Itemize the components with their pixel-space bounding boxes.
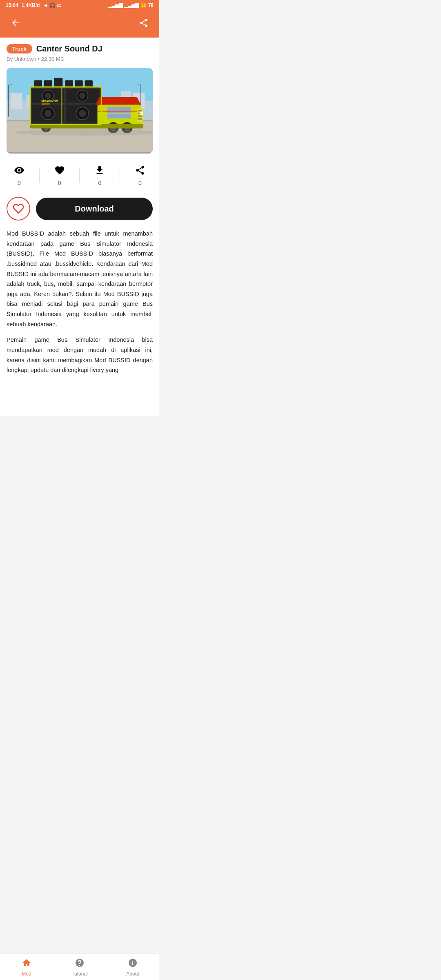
signal-icon-2: ▁▃▅▇ — [124, 2, 139, 8]
svg-rect-40 — [138, 118, 142, 120]
views-count: 0 — [18, 180, 21, 186]
likes-count: 0 — [58, 180, 61, 186]
downloads-count: 0 — [98, 180, 101, 186]
share-icon — [135, 165, 145, 178]
download-button[interactable]: Download — [36, 198, 153, 220]
status-right: ▁▃▅▇ ▁▃▅▇ 📶 78 — [108, 2, 154, 8]
author: By Unknown — [7, 56, 36, 62]
downloads-stat: 0 — [94, 165, 105, 186]
likes-stat: 0 — [54, 165, 65, 186]
divider-1 — [39, 168, 40, 183]
heart-filled-icon — [54, 165, 65, 178]
svg-point-20 — [79, 92, 85, 98]
favorite-button[interactable] — [7, 197, 30, 220]
svg-rect-2 — [11, 93, 22, 109]
shares-stat: 0 — [135, 165, 145, 186]
svg-point-22 — [45, 110, 51, 117]
file-size: 22.30 MB — [41, 56, 64, 62]
mod-image-container[interactable]: MAZINDRA AUDIO — [7, 68, 153, 154]
share-button[interactable] — [136, 15, 152, 31]
category-badge: Truck — [7, 44, 32, 53]
meta-dot: • — [38, 56, 41, 62]
back-button[interactable] — [7, 15, 24, 31]
item-title: Canter Sound DJ — [36, 44, 102, 53]
views-stat: 0 — [14, 165, 24, 186]
svg-marker-32 — [96, 97, 141, 105]
svg-rect-27 — [54, 78, 62, 88]
download-icon — [94, 165, 105, 178]
wifi-icon: 📶 — [140, 2, 147, 8]
signal-icon: ▁▃▅▇ — [108, 2, 122, 8]
svg-rect-35 — [98, 114, 141, 114]
svg-rect-39 — [138, 116, 142, 117]
svg-point-24 — [79, 110, 86, 117]
svg-point-18 — [45, 92, 51, 98]
svg-rect-37 — [138, 110, 142, 111]
status-speed: 1,4KB/d — [22, 2, 40, 8]
status-left: 15:04 1,4KB/d ◄ 🎧 ▭ — [6, 2, 61, 8]
battery-value: 78 — [148, 2, 154, 8]
svg-text:AUDIO: AUDIO — [41, 103, 50, 106]
main-content: Truck Canter Sound DJ By Unknown • 22.30… — [0, 38, 159, 388]
stats-row: 0 0 0 — [7, 161, 153, 193]
status-icons: ◄ 🎧 ▭ — [43, 2, 61, 8]
action-row: Download — [7, 197, 153, 220]
shares-count: 0 — [138, 180, 142, 186]
divider-3 — [120, 168, 120, 183]
mod-image: MAZINDRA AUDIO — [7, 68, 153, 154]
svg-text:MAZINDRA: MAZINDRA — [41, 99, 58, 102]
svg-point-53 — [14, 129, 153, 135]
description-paragraph-1: Mod BUSSID adalah sebuah file untuk mena… — [7, 229, 153, 329]
svg-rect-34 — [98, 111, 141, 112]
title-row: Truck Canter Sound DJ — [7, 44, 153, 53]
status-bar: 15:04 1,4KB/d ◄ 🎧 ▭ ▁▃▅▇ ▁▃▅▇ 📶 78 — [0, 0, 159, 11]
svg-rect-41 — [140, 111, 143, 115]
svg-rect-33 — [107, 107, 131, 118]
meta-info: By Unknown • 22.30 MB — [7, 56, 153, 62]
eye-icon — [14, 165, 24, 178]
status-time: 15:04 — [6, 2, 18, 8]
divider-2 — [79, 168, 80, 183]
top-bar — [0, 11, 159, 38]
description-paragraph-2: Pemain game Bus Simulator Indonesia bisa… — [7, 335, 153, 375]
